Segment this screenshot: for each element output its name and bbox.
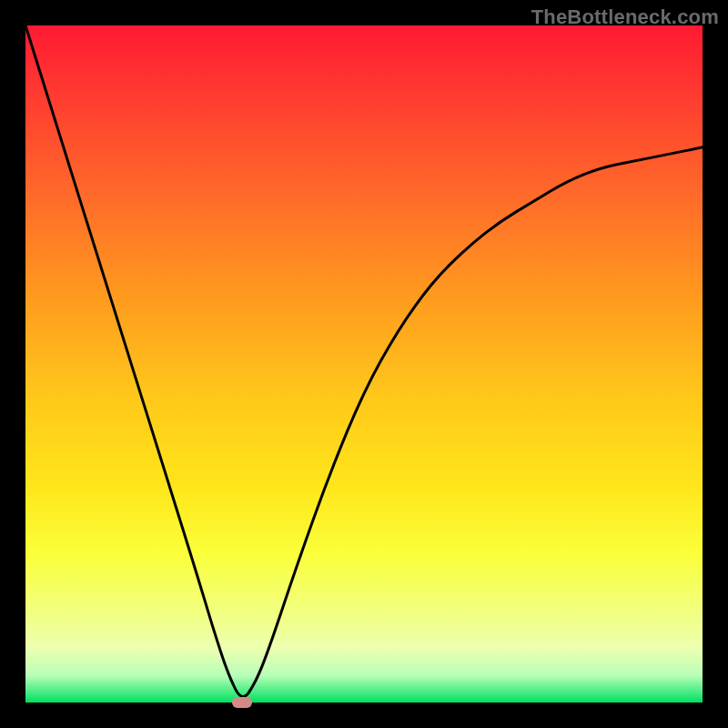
chart-container: TheBottleneck.com [0,0,728,728]
plot-area [25,25,703,703]
watermark-text: TheBottleneck.com [531,5,719,29]
optimal-point-marker [232,697,252,708]
